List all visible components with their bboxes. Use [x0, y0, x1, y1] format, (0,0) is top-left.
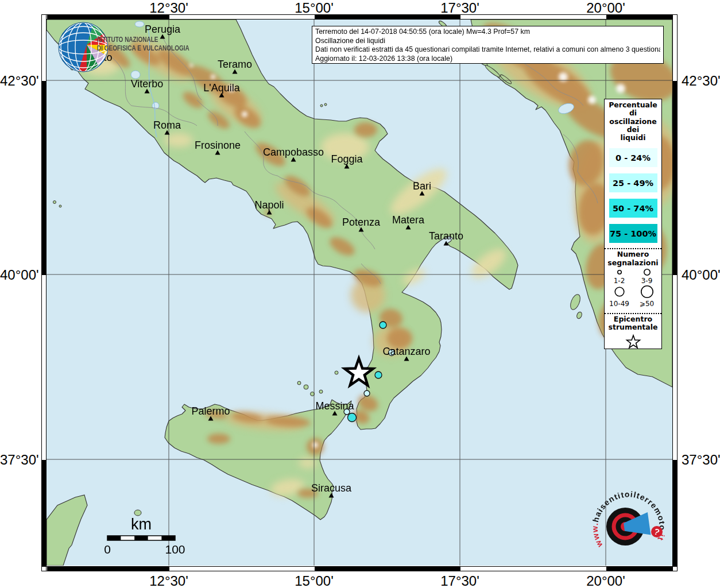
scale-start: 0: [104, 543, 111, 556]
tick-right-3: 37°30': [682, 452, 720, 468]
size-circle-icon: [641, 286, 652, 297]
event-updated-line: Aggiornato il: 12-03-2026 13:38 (ora loc…: [315, 55, 660, 64]
city-label: L'Aquila: [203, 82, 240, 94]
city-label: Messina: [315, 400, 354, 412]
earthquake-map-page: { "frame": { "ticks_top": ["12°30'", "15…: [0, 0, 720, 588]
report-circle: [364, 390, 370, 396]
event-title-box: Terremoto del 14-07-2018 04:50:55 (ora l…: [312, 26, 664, 64]
city-label: Matera: [392, 214, 425, 226]
city-label: Campobasso: [263, 146, 324, 158]
event-data-note-line: Dati non verificati estratti da 45 quest…: [315, 45, 660, 55]
report-circle: [348, 413, 357, 422]
tick-left-3: 37°30': [0, 452, 38, 468]
size-circle-icon: [617, 270, 621, 274]
size-key-1-2: 1-2: [606, 267, 633, 285]
event-subtitle-line: Oscillazione dei liquidi: [315, 37, 660, 46]
report-circle: [380, 322, 386, 328]
epicenter-star-icon: [625, 334, 642, 350]
scale-end: 100: [165, 543, 185, 556]
city-label: Palermo: [191, 405, 230, 417]
legend-class-25-49: 25 - 49%: [609, 173, 657, 192]
city-label: Potenza: [342, 216, 381, 228]
tick-bottom-3: 17°30': [425, 573, 494, 588]
city-label: Roma: [153, 119, 181, 131]
size-circle-icon: [644, 269, 649, 275]
city-label: Perugia: [145, 24, 181, 35]
city-label: Catanzaro: [382, 346, 430, 357]
tick-top-4: 20°00': [571, 0, 640, 16]
map-frame-right: [672, 14, 678, 571]
tick-right-2: 40°00': [682, 267, 720, 283]
tick-right-1: 42°30': [682, 73, 720, 89]
legend-class-75-100: 75 - 100%: [609, 224, 657, 243]
size-key-50plus: ⩾50: [633, 285, 661, 308]
legend-class-0-24: 0 - 24%: [609, 148, 657, 167]
size-circle-icon: [615, 287, 624, 296]
legend-epicenter-title: Epicentro strumentale: [605, 315, 661, 332]
city-label: Bari: [413, 180, 431, 192]
tick-left-1: 42°30': [0, 73, 38, 89]
city-label: Taranto: [429, 230, 463, 242]
legend-count-title: Numero segnalazioni: [605, 250, 661, 267]
legend-separator: [605, 248, 661, 249]
city-label: Viterbo: [131, 78, 164, 90]
tick-top-1: 12°30': [134, 0, 203, 16]
legend-panel: Percentuale di oscillazione dei liquidi …: [604, 99, 662, 349]
city-label: Foggia: [331, 153, 363, 165]
legend-size-key: 1-2 3-9 10-49 ⩾50: [606, 267, 661, 308]
map-frame-bottom: [41, 566, 678, 571]
ingv-logo-text: ISTITUTO NAZIONALE DI GEOFISICA E VULCAN…: [97, 36, 189, 53]
legend-separator: [605, 313, 661, 314]
report-circle: [375, 372, 382, 378]
scale-unit: km: [131, 516, 152, 533]
tick-left-2: 40°00': [0, 267, 38, 283]
size-key-10-49: 10-49: [606, 285, 633, 308]
tick-bottom-1: 12°30': [134, 573, 203, 588]
haisentitoilterremoto-logo: www.haisentitoilterremoto.it ?: [584, 483, 671, 570]
city-label: Siracusa: [311, 482, 352, 494]
legend-title: Percentuale di oscillazione dei liquidi: [605, 101, 661, 142]
city-label: Frosinone: [195, 140, 241, 151]
tick-bottom-2: 15°00': [280, 573, 349, 588]
event-title-line: Terremoto del 14-07-2018 04:50:55 (ora l…: [315, 28, 660, 37]
tick-bottom-4: 20°00': [571, 573, 640, 588]
legend-class-50-74: 50 - 74%: [609, 199, 657, 218]
tick-top-2: 15°00': [280, 0, 349, 16]
city-label: Teramo: [218, 59, 252, 70]
size-key-3-9: 3-9: [633, 267, 661, 285]
tick-top-3: 17°30': [425, 0, 494, 16]
map-frame-left: [41, 14, 47, 571]
city-label: Napoli: [254, 199, 284, 211]
terrain-map: Perugia Grosseto Viterbo Teramo L'Aquila…: [47, 20, 672, 566]
